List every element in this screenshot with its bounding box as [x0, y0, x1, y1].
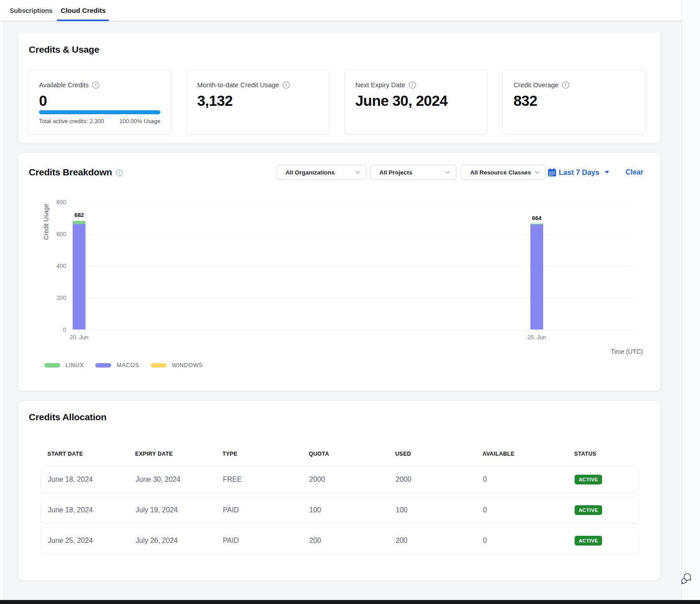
calendar-icon: [548, 168, 556, 177]
column-header-status: STATUS: [574, 451, 632, 457]
stat-cards-row: Available Creditsi 0 Total active credit…: [28, 70, 646, 135]
x-tick-mark: [79, 329, 80, 332]
next-expiry-label: Next Expiry Datei: [355, 81, 477, 89]
legend-item-linux[interactable]: LINUX: [44, 362, 84, 368]
bar-value-label: 664: [532, 215, 542, 221]
y-tick-label: 0: [63, 326, 66, 333]
legend-swatch: [44, 363, 60, 368]
bar-value-label: 682: [74, 212, 84, 218]
credit-overage-label: Credit Overagei: [513, 81, 635, 89]
tab-cloud-credits[interactable]: Cloud Credits: [61, 0, 106, 21]
cell-used: 200: [396, 537, 483, 545]
x-tick-label: 25. Jun: [527, 334, 546, 341]
bar-segment-macos: [530, 225, 543, 329]
organizations-select[interactable]: All Organizations: [276, 165, 366, 180]
gridline: [71, 234, 634, 234]
y-tick-label: 200: [56, 294, 66, 301]
table-row[interactable]: June 18, 2024July 19, 2024PAID1001000ACT…: [40, 497, 639, 523]
cell-status: ACTIVE: [575, 505, 631, 515]
cell-available: 0: [483, 476, 575, 484]
column-header-quota: QUOTA: [309, 451, 395, 457]
bar-segment-macos: [73, 224, 86, 329]
column-header-start-date: START DATE: [47, 451, 135, 457]
available-credits-value: 0: [39, 93, 160, 109]
available-credits-card: Available Creditsi 0 Total active credit…: [28, 70, 171, 135]
cell-expiry_date: June 30, 2024: [136, 476, 223, 484]
y-tick-label: 400: [56, 263, 66, 269]
cell-type: PAID: [223, 537, 309, 545]
status-badge: ACTIVE: [575, 505, 602, 515]
legend-item-macos[interactable]: MACOS: [95, 362, 139, 368]
column-header-available: AVAILABLE: [482, 451, 574, 457]
gridline: [71, 266, 634, 266]
table-body: June 18, 2024June 30, 2024FREE200020000A…: [40, 466, 639, 554]
projects-select[interactable]: All Projects: [370, 165, 456, 180]
cell-available: 0: [483, 537, 575, 545]
table-row[interactable]: June 25, 2024July 26, 2024PAID2002000ACT…: [40, 527, 639, 554]
table-row[interactable]: June 18, 2024June 30, 2024FREE200020000A…: [40, 466, 639, 493]
bottom-edge-bar: [0, 600, 700, 604]
cell-status: ACTIVE: [575, 475, 631, 484]
mtd-usage-card: Month-to-date Credit Usagei 3,132: [186, 70, 330, 135]
cell-expiry_date: July 19, 2024: [136, 506, 223, 514]
next-expiry-value: June 30, 2024: [355, 93, 477, 109]
table-header-row: START DATEEXPIRY DATETYPEQUOTAUSEDAVAILA…: [40, 443, 639, 465]
credits-usage-card: Credits & Usage Available Creditsi 0 Tot…: [18, 32, 660, 143]
usage-percent: 100.00% Usage: [119, 118, 160, 124]
cell-start_date: June 25, 2024: [48, 537, 136, 545]
cell-quota: 2000: [309, 476, 396, 484]
column-header-type: TYPE: [222, 451, 309, 457]
tab-subscriptions[interactable]: Subscriptions: [10, 0, 53, 21]
credits-allocation-title: Credits Allocation: [29, 412, 106, 422]
legend-swatch: [95, 363, 111, 368]
cell-type: FREE: [223, 476, 309, 484]
cell-used: 2000: [396, 476, 483, 484]
credits-breakdown-title: Credits Breakdown: [29, 167, 112, 178]
total-active-credits: Total active credits: 2,300: [39, 118, 104, 124]
caret-down-icon: [605, 171, 609, 174]
info-icon[interactable]: i: [283, 81, 290, 89]
cell-type: PAID: [223, 506, 309, 514]
legend-label: WINDOWS: [172, 362, 203, 368]
credits-usage-progress-bar: [39, 110, 160, 114]
credit-overage-card: Credit Overagei 832: [502, 70, 646, 135]
info-icon[interactable]: i: [562, 81, 569, 89]
info-icon[interactable]: i: [92, 81, 99, 89]
legend-swatch: [151, 363, 167, 368]
cell-quota: 200: [309, 537, 396, 545]
gridline: [71, 298, 634, 298]
credits-breakdown-card: Credits Breakdown i All Organizations Al…: [18, 153, 660, 391]
cell-status: ACTIVE: [575, 536, 631, 546]
gridline: [71, 202, 634, 202]
status-badge: ACTIVE: [575, 536, 602, 546]
date-range-picker[interactable]: Last 7 Days: [548, 168, 609, 177]
breakdown-filters: All Organizations All Projects All Resou…: [276, 165, 643, 180]
clear-filters-link[interactable]: Clear: [626, 168, 643, 176]
status-badge: ACTIVE: [575, 475, 602, 484]
support-chat-icon[interactable]: [680, 572, 693, 585]
bar-25. Jun[interactable]: [530, 224, 543, 329]
info-icon[interactable]: i: [409, 81, 416, 89]
chevron-down-icon: [535, 171, 540, 174]
cell-start_date: June 18, 2024: [48, 476, 136, 484]
cell-used: 100: [396, 506, 483, 514]
active-tab-indicator: [57, 19, 109, 21]
column-header-expiry-date: EXPIRY DATE: [135, 451, 222, 457]
resource-classes-select[interactable]: All Resource Classes: [461, 165, 546, 180]
legend-item-windows[interactable]: WINDOWS: [151, 362, 203, 368]
info-icon[interactable]: i: [116, 170, 123, 176]
credit-usage-chart: Credit Usage Time (UTC) 0200400600800682…: [71, 202, 634, 329]
gridline: [71, 329, 634, 330]
legend-label: MACOS: [117, 362, 139, 368]
y-tick-label: 600: [56, 231, 66, 237]
bar-20. Jun[interactable]: [73, 221, 86, 330]
credits-allocation-table: START DATEEXPIRY DATETYPEQUOTAUSEDAVAILA…: [40, 443, 639, 558]
x-tick-label: 20. Jun: [70, 334, 89, 341]
legend-label: LINUX: [66, 362, 84, 368]
chevron-down-icon: [355, 171, 360, 174]
y-tick-label: 800: [56, 199, 66, 205]
x-tick-mark: [537, 329, 537, 332]
tab-bar: Subscriptions Cloud Credits: [0, 0, 681, 21]
cell-expiry_date: July 26, 2024: [136, 537, 223, 545]
left-edge-strip: [0, 21, 3, 604]
